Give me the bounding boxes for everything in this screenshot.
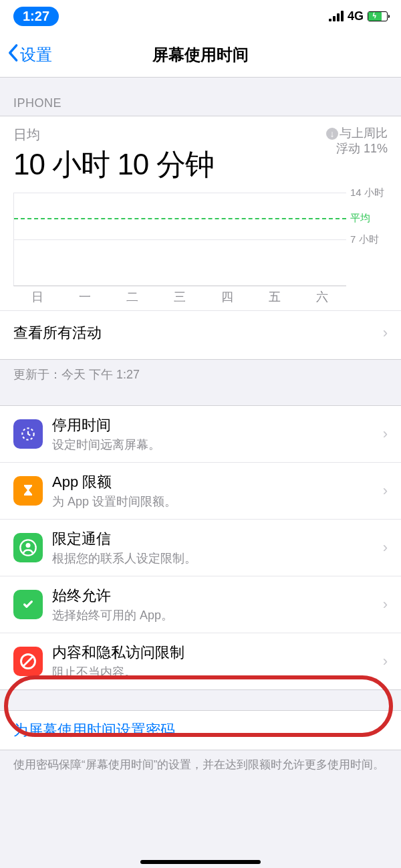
hourglass-icon (13, 476, 43, 506)
network-label: 4G (348, 9, 364, 23)
option-title: 限定通信 (52, 529, 383, 549)
arrow-down-icon: ↓ (326, 128, 338, 140)
option-title: App 限额 (52, 472, 383, 492)
signal-icon (329, 11, 344, 21)
xlabel: 四 (204, 289, 251, 305)
option-title: 内容和隐私访问限制 (52, 643, 383, 663)
xlabel: 一 (61, 289, 108, 305)
daily-average-label: 日均 (13, 126, 214, 144)
ylabel-avg: 平均 (350, 212, 370, 225)
xlabel: 三 (156, 289, 203, 305)
check-badge-icon (13, 590, 43, 619)
xlabel: 日 (13, 289, 61, 305)
week-delta: ↓与上周比 浮动 11% (326, 126, 388, 185)
see-all-activity-label: 查看所有活动 (13, 323, 383, 343)
option-row-3[interactable]: 始终允许选择始终可用的 App。› (0, 576, 401, 633)
svg-point-2 (26, 543, 31, 548)
option-subtitle: 选择始终可用的 App。 (52, 607, 383, 623)
passcode-section: 为屏幕使用时间设置密码 (0, 710, 401, 750)
option-subtitle: 设定时间远离屏幕。 (52, 437, 383, 453)
chevron-right-icon: › (383, 324, 388, 342)
ylabel-mid: 7 小时 (350, 233, 379, 246)
option-subtitle: 根据您的联系人设定限制。 (52, 550, 383, 566)
option-row-1[interactable]: App 限额为 App 设置时间限额。› (0, 462, 401, 519)
person-circle-icon (13, 533, 43, 562)
section-header-iphone: IPHONE (0, 78, 401, 116)
status-bar: 1:27 4G ϟ (0, 0, 401, 32)
xlabel: 六 (299, 289, 346, 305)
chevron-right-icon: › (383, 539, 388, 556)
see-all-activity-row[interactable]: 查看所有活动 › (13, 311, 388, 355)
nav-bar: 设置 屏幕使用时间 (0, 32, 401, 78)
usage-summary-card[interactable]: 日均 10 小时 10 分钟 ↓与上周比 浮动 11% 14 小时 平均 7 小… (0, 116, 401, 360)
option-subtitle: 为 App 设置时间限额。 (52, 494, 383, 510)
set-passcode-row[interactable]: 为屏幕使用时间设置密码 (0, 711, 401, 750)
xlabel: 二 (108, 289, 156, 305)
chevron-right-icon: › (383, 425, 388, 443)
usage-chart: 14 小时 平均 7 小时 (13, 193, 388, 286)
no-sign-icon (13, 647, 43, 676)
chevron-right-icon: › (383, 596, 388, 613)
last-updated: 更新于：今天 下午 1:27 (0, 360, 401, 387)
xlabel: 五 (251, 289, 299, 305)
ylabel-top: 14 小时 (350, 187, 384, 199)
status-right: 4G ϟ (329, 9, 388, 23)
option-row-0[interactable]: 停用时间设定时间远离屏幕。› (0, 406, 401, 462)
battery-icon: ϟ (368, 11, 388, 21)
status-time-pill: 1:27 (13, 7, 59, 26)
svg-line-5 (23, 657, 33, 666)
settings-list: 停用时间设定时间远离屏幕。›App 限额为 App 设置时间限额。›限定通信根据… (0, 405, 401, 690)
option-row-2[interactable]: 限定通信根据您的联系人设定限制。› (0, 519, 401, 576)
daily-average-value: 10 小时 10 分钟 (13, 145, 214, 185)
home-indicator (140, 860, 261, 864)
chevron-right-icon: › (383, 482, 388, 500)
option-row-4[interactable]: 内容和隐私访问限制阻止不当内容。› (0, 633, 401, 689)
option-subtitle: 阻止不当内容。 (52, 664, 383, 680)
page-title: 屏幕使用时间 (0, 44, 401, 66)
clock-moon-icon (13, 419, 43, 449)
chevron-right-icon: › (383, 653, 388, 670)
option-title: 始终允许 (52, 586, 383, 606)
option-title: 停用时间 (52, 415, 383, 435)
footer-note: 使用密码保障“屏幕使用时间”的设置，并在达到限额时允许更多使用时间。 (0, 750, 401, 773)
set-passcode-label: 为屏幕使用时间设置密码 (13, 720, 388, 740)
